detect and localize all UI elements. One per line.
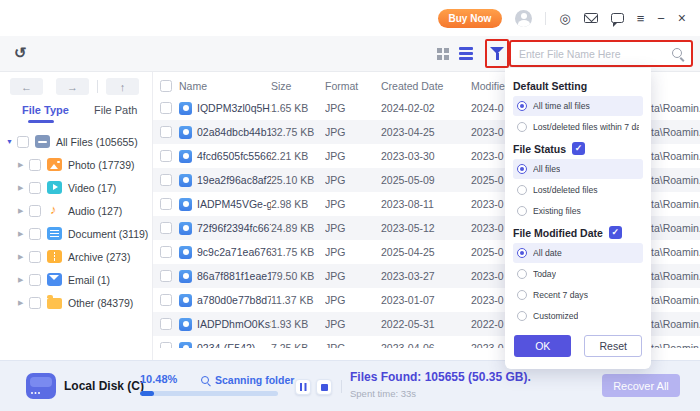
expand-arrow-icon[interactable]: ▼ (6, 138, 17, 145)
buy-now-button[interactable]: Buy Now (438, 9, 503, 28)
file-name: 72f96f2394fc667... (197, 222, 271, 234)
file-size: 2.98 KB (271, 198, 325, 210)
jpg-file-icon (179, 198, 192, 211)
pause-icon (300, 383, 303, 391)
option-label: All files (533, 164, 560, 174)
expand-arrow-icon[interactable]: ▶ (18, 276, 29, 284)
menu-icon[interactable]: ≡ (637, 12, 645, 25)
row-checkbox[interactable] (160, 318, 172, 330)
expand-arrow-icon[interactable]: ▶ (18, 230, 29, 238)
tree-checkbox[interactable] (29, 159, 41, 171)
tree-item-other[interactable]: ▶ Other (84379) (0, 291, 152, 314)
expand-arrow-icon[interactable]: ▶ (18, 184, 29, 192)
file-format: JPG (325, 294, 381, 306)
row-checkbox[interactable] (160, 198, 172, 210)
tree-checkbox[interactable] (29, 274, 41, 286)
ok-button[interactable]: OK (514, 335, 571, 357)
select-all-checkbox[interactable] (160, 80, 172, 92)
recover-all-button[interactable]: Recover All (602, 374, 680, 397)
record-icon[interactable]: ◎ (559, 12, 570, 25)
tree-item-archive[interactable]: ▶ Archive (273) (0, 245, 152, 268)
header-size[interactable]: Size (271, 80, 325, 92)
row-checkbox[interactable] (160, 294, 172, 306)
title-bar: Buy Now ◎ ≡ − × (0, 0, 700, 36)
expand-arrow-icon[interactable]: ▶ (18, 207, 29, 215)
status-divider (341, 380, 342, 393)
tree-item-video[interactable]: ▶ Video (17) (0, 176, 152, 199)
filter-highlight-box (485, 39, 509, 68)
feedback-chat-icon[interactable] (611, 13, 624, 23)
filter-option-lost-deleted[interactable]: Lost/deleted files (513, 180, 643, 200)
nav-forward-button[interactable]: → (56, 78, 89, 95)
filter-option-all-files[interactable]: All files (513, 159, 643, 179)
tree-item-audio[interactable]: ▶ Audio (127) (0, 199, 152, 222)
header-name[interactable]: Name (179, 80, 271, 92)
filter-section-heading: Default Setting (513, 80, 643, 92)
section-checkbox-checked[interactable] (572, 142, 585, 155)
search-icon[interactable] (671, 47, 685, 61)
back-undo-icon[interactable]: ↺ (14, 44, 27, 62)
file-type-tree: ▼ All Files (105655) ▶ Photo (17739) ▶ V… (0, 130, 152, 314)
row-checkbox[interactable] (160, 246, 172, 258)
tree-item-all-files[interactable]: ▼ All Files (105655) (0, 130, 152, 153)
tree-item-document[interactable]: ▶ Document (3119) (0, 222, 152, 245)
row-checkbox[interactable] (160, 270, 172, 282)
file-name: IQDPM3zl0q5H1P... (197, 102, 271, 114)
tree-checkbox[interactable] (29, 251, 41, 263)
nav-back-button[interactable]: ← (10, 78, 43, 95)
file-name: 19ea2f96ac8af22f... (197, 174, 271, 186)
minimize-icon[interactable]: − (657, 12, 665, 25)
reset-button[interactable]: Reset (584, 335, 642, 357)
tree-item-email[interactable]: ▶ Email (1) (0, 268, 152, 291)
tree-item-label: Archive (273) (68, 251, 130, 263)
tab-file-path[interactable]: File Path (94, 104, 137, 116)
tree-checkbox[interactable] (29, 228, 41, 240)
tree-checkbox[interactable] (29, 297, 41, 309)
row-checkbox[interactable] (160, 150, 172, 162)
filter-option-all-date[interactable]: All date (513, 243, 643, 263)
search-input[interactable] (511, 48, 671, 60)
expand-arrow-icon[interactable]: ▶ (18, 161, 29, 169)
filter-option-existing[interactable]: Existing files (513, 201, 643, 221)
tree-checkbox[interactable] (29, 182, 41, 194)
stop-button[interactable] (316, 379, 332, 395)
row-checkbox[interactable] (160, 174, 172, 186)
filter-option-lost-7days[interactable]: Lost/deleted files within 7 days (513, 117, 643, 137)
tree-item-photo[interactable]: ▶ Photo (17739) (0, 153, 152, 176)
grid-view-icon[interactable] (437, 48, 442, 53)
drive-label: Local Disk (C) (64, 379, 144, 393)
tree-checkbox[interactable] (29, 205, 41, 217)
nav-divider (97, 80, 98, 93)
pause-button[interactable] (295, 379, 311, 395)
section-checkbox-checked[interactable] (609, 226, 622, 239)
expand-arrow-icon[interactable]: ▶ (18, 253, 29, 261)
expand-arrow-icon[interactable]: ▶ (18, 299, 29, 307)
filter-option-today[interactable]: Today (513, 264, 643, 284)
header-created[interactable]: Created Date (381, 80, 471, 92)
file-size: 25.10 KB (271, 174, 325, 186)
active-tab-underline (28, 120, 54, 123)
list-view-icon[interactable] (459, 47, 473, 50)
file-name: 0234-(E542)... (197, 342, 264, 348)
row-checkbox[interactable] (160, 222, 172, 234)
account-avatar-icon[interactable] (515, 10, 532, 27)
filter-option-customized[interactable]: Customized (513, 306, 643, 326)
option-label: All time all files (533, 101, 590, 111)
mail-icon[interactable] (584, 13, 598, 23)
filter-option-recent-7days[interactable]: Recent 7 days (513, 285, 643, 305)
file-format: JPG (325, 102, 381, 114)
file-size: 32.75 KB (271, 126, 325, 138)
tree-checkbox[interactable] (17, 136, 29, 148)
tab-file-type[interactable]: File Type (22, 104, 69, 116)
header-format[interactable]: Format (325, 80, 381, 92)
jpg-file-icon (179, 174, 192, 187)
row-checkbox[interactable] (160, 342, 172, 348)
row-checkbox[interactable] (160, 126, 172, 138)
radio-selected-icon (517, 164, 527, 174)
nav-up-button[interactable]: ↑ (106, 78, 139, 95)
filter-option-all-time[interactable]: All time all files (513, 96, 643, 116)
filter-funnel-icon[interactable] (490, 46, 505, 61)
radio-selected-icon (517, 248, 527, 258)
close-icon[interactable]: × (678, 12, 686, 25)
row-checkbox[interactable] (160, 102, 172, 114)
